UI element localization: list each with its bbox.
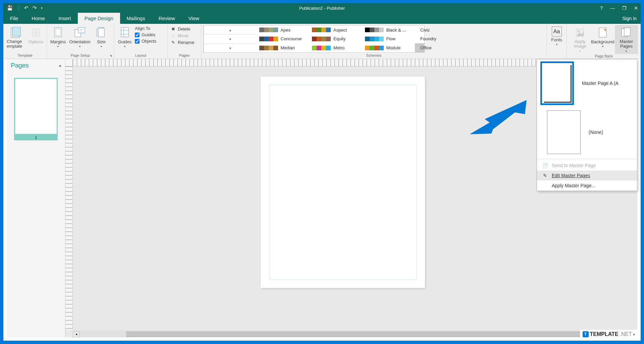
ribbon-tabs: File Home Insert Page Design Mailings Re… xyxy=(3,13,641,24)
scheme-label: Aspect xyxy=(333,28,347,33)
scheme-concourse[interactable]: Concourse xyxy=(257,35,310,44)
schemes-gallery[interactable]: ApexAspectBlack & ...Civic▴▾▾ConcourseEq… xyxy=(203,25,425,53)
scheme-label: Concourse xyxy=(281,36,302,41)
fonts-button[interactable]: Aa Fonts▾ xyxy=(549,25,565,47)
svg-rect-10 xyxy=(98,28,104,37)
scheme-label: Civic xyxy=(420,28,430,33)
orientation-icon xyxy=(74,27,86,39)
group-label-page-background: Page Back xyxy=(570,54,638,59)
scheme-module[interactable]: Module xyxy=(362,43,415,52)
gallery-more-icon[interactable]: ▾ xyxy=(204,44,257,52)
tab-review[interactable]: Review xyxy=(152,13,182,24)
svg-rect-1 xyxy=(12,27,20,36)
scheme-flow[interactable]: Flow xyxy=(362,35,415,44)
horizontal-scrollbar[interactable]: ◂ ▸ xyxy=(73,331,637,337)
scheme-aspect[interactable]: Aspect xyxy=(309,26,362,35)
rename-icon: ✎ xyxy=(170,40,176,45)
watermark-icon: T xyxy=(583,331,589,337)
master-page-none-label: (None) xyxy=(589,130,603,135)
scheme-label: Office xyxy=(420,45,432,50)
background-icon xyxy=(597,27,609,39)
pages-panel: Pages ◂ 1 xyxy=(7,59,65,337)
background-label: Background xyxy=(591,39,614,44)
objects-checkbox[interactable]: Objects xyxy=(135,38,156,44)
scheme-foundry[interactable]: Foundry xyxy=(415,35,424,44)
collapse-panel-icon[interactable]: ◂ xyxy=(59,63,61,68)
master-pages-button[interactable]: Master Pages▾ xyxy=(615,25,638,54)
close-icon[interactable]: ✕ xyxy=(634,5,638,11)
qat-dropdown-icon[interactable]: ▾ xyxy=(41,6,43,10)
save-icon[interactable]: 💾 xyxy=(7,5,13,11)
scheme-metro[interactable]: Metro xyxy=(309,43,362,52)
undo-icon[interactable]: ↶ xyxy=(24,5,29,11)
scheme-median[interactable]: Median xyxy=(257,43,310,52)
size-label: Size xyxy=(97,39,105,44)
page-canvas[interactable] xyxy=(261,77,425,288)
scheme-civic[interactable]: Civic xyxy=(415,26,424,35)
master-pages-dropdown: Master Page A (A (None) 📄 Send to Master… xyxy=(537,59,637,191)
group-label-schemes: Schemes xyxy=(203,53,544,58)
tab-page-design[interactable]: Page Design xyxy=(78,13,120,24)
sign-in-link[interactable]: Sign in xyxy=(618,13,641,24)
options-label: Options xyxy=(29,39,44,44)
rename-page-button[interactable]: ✎Rename xyxy=(170,39,194,45)
scheme-office[interactable]: Office xyxy=(415,43,424,52)
delete-page-button[interactable]: ✖Delete xyxy=(170,26,194,32)
ruler-corner xyxy=(65,59,73,66)
send-to-master-icon: 📄 xyxy=(542,163,548,168)
size-button[interactable]: Size▾ xyxy=(93,25,109,49)
orientation-button[interactable]: Orientation▾ xyxy=(68,25,91,49)
group-label-pages: Pages xyxy=(170,53,198,58)
gallery-down-icon[interactable]: ▾ xyxy=(204,35,257,44)
change-template-icon xyxy=(10,27,22,39)
guides-button[interactable]: Guides▾ xyxy=(117,25,133,49)
orientation-label: Orientation xyxy=(69,39,91,44)
scheme-label: Apex xyxy=(281,28,291,33)
scroll-left-icon[interactable]: ◂ xyxy=(73,331,79,337)
options-icon xyxy=(30,27,42,39)
options-button: Options xyxy=(28,25,44,46)
margins-button[interactable]: Margins▾ xyxy=(50,25,66,49)
help-icon[interactable]: ? xyxy=(600,5,603,11)
restore-icon[interactable]: ❐ xyxy=(622,5,627,11)
minimize-icon[interactable]: — xyxy=(610,5,615,11)
page-thumbnail[interactable]: 1 xyxy=(14,78,58,140)
tab-insert[interactable]: Insert xyxy=(52,13,78,24)
edit-master-pages-menu[interactable]: ✎ Edit Master Pages xyxy=(537,170,637,181)
vertical-ruler[interactable] xyxy=(65,66,73,330)
page-margin-guide xyxy=(269,85,417,280)
delete-icon: ✖ xyxy=(170,26,176,32)
tab-mailings[interactable]: Mailings xyxy=(120,13,152,24)
pages-panel-title: Pages xyxy=(11,62,29,69)
watermark: T TEMPLATE.NET ▸ xyxy=(580,330,638,339)
tab-file[interactable]: File xyxy=(3,13,25,24)
master-page-a-item[interactable]: Master Page A (A xyxy=(537,59,637,107)
page-setup-dialog-launcher[interactable]: ⬊ xyxy=(110,54,112,57)
tab-view[interactable]: View xyxy=(182,13,206,24)
apply-master-icon xyxy=(542,183,548,188)
guides-checkbox[interactable]: Guides xyxy=(135,32,156,38)
master-page-none-item[interactable]: (None) xyxy=(537,107,637,157)
scroll-thumb[interactable] xyxy=(126,332,584,337)
background-button[interactable]: Background▾ xyxy=(593,25,613,49)
scheme-label: Metro xyxy=(333,45,344,50)
scheme-apex[interactable]: Apex xyxy=(257,26,310,35)
scheme-label: Foundry xyxy=(420,36,436,41)
scheme-black[interactable]: Black & ... xyxy=(362,26,415,35)
change-template-button[interactable]: Change emplate xyxy=(6,25,26,50)
scheme-label: Flow xyxy=(386,36,395,41)
move-page-button: ↕Move xyxy=(170,33,194,39)
apply-master-page-menu[interactable]: Apply Master Page... xyxy=(537,181,637,191)
redo-icon[interactable]: ↷ xyxy=(33,5,37,11)
scheme-equity[interactable]: Equity xyxy=(309,35,362,44)
guides-icon xyxy=(119,27,131,39)
group-label-layout: Layout xyxy=(117,53,165,58)
size-icon xyxy=(95,27,107,39)
guides-label: Guides xyxy=(118,39,131,44)
tab-home[interactable]: Home xyxy=(25,13,52,24)
gallery-up-icon[interactable]: ▴ xyxy=(204,26,257,35)
apply-image-icon xyxy=(574,27,586,39)
align-to-label: Align To xyxy=(135,26,156,32)
svg-rect-9 xyxy=(78,28,85,33)
fonts-label: Fonts xyxy=(551,37,562,42)
